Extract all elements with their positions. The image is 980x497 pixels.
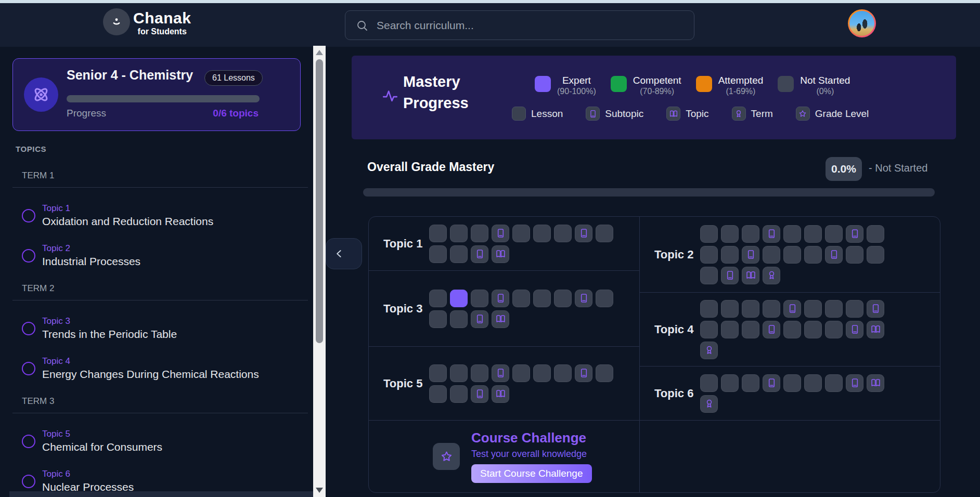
search-bar[interactable] [345, 10, 694, 40]
subtopic-tile[interactable] [575, 364, 592, 382]
lesson-tile[interactable] [742, 300, 759, 318]
topic-tile[interactable] [492, 245, 509, 263]
brand-logo[interactable] [103, 8, 130, 35]
lesson-tile[interactable] [596, 290, 613, 307]
lesson-tile[interactable] [450, 385, 468, 403]
lesson-tile[interactable] [721, 374, 739, 392]
lesson-tile[interactable] [450, 364, 468, 382]
lesson-tile[interactable] [429, 290, 447, 307]
lesson-tile[interactable] [512, 364, 530, 382]
lesson-tile[interactable] [554, 290, 572, 307]
lesson-tile[interactable] [742, 374, 759, 392]
subtopic-tile[interactable] [575, 225, 592, 242]
lesson-tile[interactable] [804, 300, 822, 318]
subtopic-tile[interactable] [763, 225, 780, 243]
lesson-tile[interactable] [721, 225, 739, 243]
topic-tile[interactable] [867, 321, 884, 338]
term-tile[interactable] [700, 342, 718, 359]
lesson-tile[interactable] [721, 246, 739, 264]
lesson-tile[interactable] [512, 225, 530, 242]
sidebar-topic-item[interactable]: Topic 6Nuclear Processes [22, 469, 308, 493]
subtopic-tile[interactable] [471, 310, 488, 328]
lesson-tile[interactable] [846, 246, 863, 264]
subtopic-tile[interactable] [575, 290, 592, 307]
lesson-tile[interactable] [700, 321, 718, 338]
lesson-tile[interactable] [804, 321, 822, 338]
scrollbar-down-arrow[interactable] [316, 488, 323, 493]
lesson-tile[interactable] [825, 321, 843, 338]
course-card[interactable]: Senior 4 - Chemistry 61 Lessons Progress… [12, 58, 301, 131]
scrollbar-thumb[interactable] [316, 59, 323, 343]
topic-tile[interactable] [492, 385, 509, 403]
lesson-tile[interactable] [700, 300, 718, 318]
scrollbar-up-arrow[interactable] [316, 50, 323, 55]
lesson-tile[interactable] [596, 364, 613, 382]
topic-tile[interactable] [742, 267, 759, 284]
lesson-tile[interactable] [742, 321, 759, 338]
lesson-tile[interactable] [763, 300, 780, 318]
term-tile[interactable] [763, 267, 780, 284]
lesson-tile[interactable] [804, 225, 822, 243]
topic-tile[interactable] [492, 310, 509, 328]
lesson-tile[interactable] [429, 364, 447, 382]
subtopic-tile[interactable] [721, 267, 739, 284]
lesson-tile[interactable] [783, 225, 801, 243]
lesson-tile[interactable] [700, 374, 718, 392]
subtopic-tile[interactable] [846, 225, 863, 243]
sidebar-topic-item[interactable]: Topic 4Energy Changes During Chemical Re… [22, 356, 308, 381]
subtopic-tile[interactable] [867, 300, 884, 318]
subtopic-tile[interactable] [783, 300, 801, 318]
lesson-tile[interactable] [742, 225, 759, 243]
subtopic-tile[interactable] [492, 364, 509, 382]
subtopic-tile[interactable] [742, 246, 759, 264]
sidebar-collapse-button[interactable] [326, 238, 362, 269]
lesson-tile[interactable] [825, 225, 843, 243]
search-input[interactable] [376, 19, 684, 32]
lesson-tile[interactable] [804, 246, 822, 264]
lesson-tile[interactable] [721, 321, 739, 338]
lesson-tile[interactable] [783, 374, 801, 392]
lesson-tile[interactable] [700, 246, 718, 264]
start-course-challenge-button[interactable]: Start Course Challenge [471, 464, 592, 483]
subtopic-tile[interactable] [763, 321, 780, 338]
lesson-tile[interactable] [429, 245, 447, 263]
sidebar-topic-item[interactable]: Topic 3Trends in the Periodic Table [22, 316, 308, 341]
lesson-tile[interactable] [700, 225, 718, 243]
sidebar-bottom-scroll-strip[interactable] [9, 491, 313, 497]
lesson-tile[interactable] [533, 364, 551, 382]
lesson-tile[interactable] [533, 225, 551, 242]
subtopic-tile[interactable] [492, 225, 509, 242]
lesson-tile[interactable] [450, 310, 468, 328]
lesson-tile[interactable] [450, 225, 468, 242]
lesson-tile[interactable] [429, 225, 447, 242]
lesson-tile[interactable] [596, 225, 613, 242]
lesson-tile[interactable] [471, 225, 488, 242]
lesson-tile[interactable] [867, 246, 884, 264]
lesson-tile[interactable] [825, 374, 843, 392]
lesson-tile[interactable] [763, 246, 780, 264]
lesson-tile[interactable] [825, 300, 843, 318]
subtopic-tile[interactable] [763, 374, 780, 392]
lesson-tile[interactable] [783, 321, 801, 338]
subtopic-tile[interactable] [471, 245, 488, 263]
lesson-tile[interactable] [783, 246, 801, 264]
subtopic-tile[interactable] [846, 374, 863, 392]
topic-tile[interactable] [867, 374, 884, 392]
subtopic-tile[interactable] [846, 321, 863, 338]
user-avatar[interactable] [848, 9, 876, 37]
subtopic-tile[interactable] [471, 385, 488, 403]
lesson-tile[interactable] [700, 267, 718, 284]
lesson-tile[interactable] [429, 310, 447, 328]
subtopic-tile[interactable] [492, 290, 509, 307]
lesson-tile[interactable] [512, 290, 530, 307]
sidebar-scrollbar[interactable] [313, 46, 326, 497]
lesson-tile[interactable] [721, 300, 739, 318]
lesson-tile[interactable] [471, 364, 488, 382]
subtopic-tile[interactable] [825, 246, 843, 264]
term-tile[interactable] [700, 395, 718, 413]
sidebar-topic-item[interactable]: Topic 5Chemical for Consumers [22, 429, 308, 453]
sidebar-topic-item[interactable]: Topic 2Industrial Processes [22, 243, 308, 268]
lesson-tile[interactable] [450, 290, 468, 307]
lesson-tile[interactable] [450, 245, 468, 263]
lesson-tile[interactable] [867, 225, 884, 243]
